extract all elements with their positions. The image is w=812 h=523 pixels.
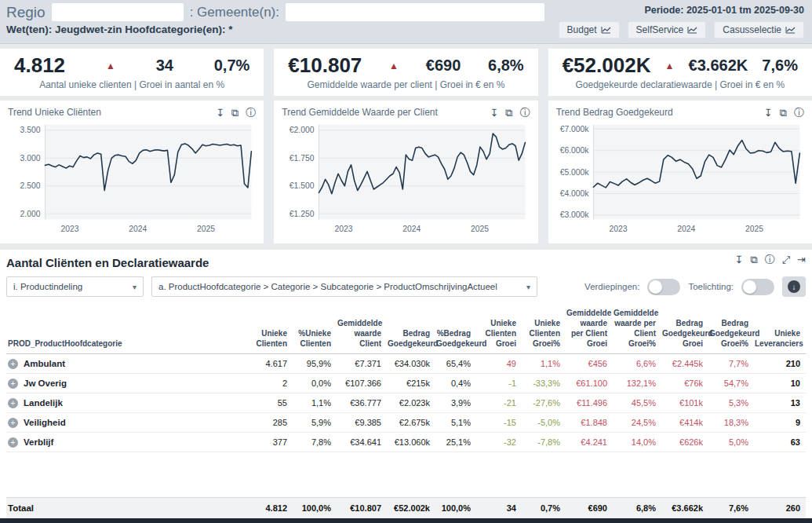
- total-cell: 6,8%: [610, 498, 659, 518]
- hierarchy-dropdown-value: a. ProductHoofdcategorie > Categorie > S…: [158, 282, 497, 291]
- trend-chart: €7.000k€6.000k€5.000k€4.000k€3.000k20232…: [556, 118, 804, 237]
- info-icon[interactable]: ⓘ: [520, 108, 530, 118]
- gemeente-value-field[interactable]: [286, 3, 544, 21]
- trend-card-waarde: Trend Gemiddelde Waarde per Client ↧ ⧉ ⓘ…: [274, 101, 537, 243]
- table-controls: i. Productindeling ▾ a. ProductHoofdcate…: [6, 276, 806, 297]
- top-header: Regio : Gemeente(n): Wet(ten): Jeugdwet-…: [0, 0, 812, 44]
- svg-text:2.000: 2.000: [20, 210, 41, 218]
- trend-card-clienten: Trend Unieke Cliënten ↧ ⧉ ⓘ 3.5003.0002.…: [0, 101, 264, 243]
- table-cell: €215k: [384, 374, 433, 393]
- svg-text:2023: 2023: [335, 225, 353, 233]
- column-header[interactable]: Gemiddelde waarde per Client Groei%: [610, 305, 659, 353]
- copy-icon[interactable]: ⧉: [750, 254, 757, 265]
- column-header[interactable]: Unieke Leveranciers: [752, 325, 803, 353]
- expand-icon[interactable]: ⤢: [782, 254, 790, 265]
- kpi-percent: 7,6%: [762, 57, 798, 75]
- table-cell: -5,0%: [519, 413, 563, 432]
- hierarchy-dropdown[interactable]: a. ProductHoofdcategorie > Categorie > S…: [151, 276, 537, 297]
- selfservice-button-label: SelfService: [636, 24, 684, 35]
- column-header[interactable]: Unieke Clienten Groei: [474, 315, 519, 353]
- budget-button[interactable]: Budget: [559, 21, 620, 38]
- table-cell: 7,7%: [706, 354, 752, 373]
- total-cell: 260: [752, 498, 803, 518]
- row-name: Jw Overig: [24, 379, 67, 388]
- column-header[interactable]: Bedrag Goedgekeurd Groei: [659, 315, 706, 353]
- column-header[interactable]: Unieke Clienten: [242, 325, 290, 353]
- export-icon[interactable]: ⇥: [797, 254, 806, 265]
- casusselectie-button[interactable]: Casusselectie: [714, 21, 804, 38]
- chevron-down-icon: ▾: [133, 283, 137, 291]
- arrow-down-icon: ↓: [788, 280, 800, 293]
- expand-row-icon[interactable]: +: [8, 437, 18, 448]
- table-cell: 5,1%: [433, 413, 474, 432]
- download-icon[interactable]: ↧: [216, 108, 224, 118]
- regio-value-field[interactable]: [52, 3, 184, 21]
- trend-title: Trend Gemiddelde Waarde per Client: [282, 107, 438, 118]
- svg-text:€7.000k: €7.000k: [559, 125, 589, 133]
- verdiepingen-toggle[interactable]: [647, 279, 680, 295]
- kpi-percent: 6,8%: [488, 57, 524, 75]
- selfservice-button[interactable]: SelfService: [628, 21, 707, 38]
- table-row: +Veiligheid2855,9%€9.385€2.675k5,1%-15-5…: [6, 413, 806, 433]
- column-header[interactable]: Bedrag Goedgekeurd Groei%: [706, 315, 752, 353]
- column-header[interactable]: Gemiddelde waarde per Client Groei: [563, 305, 610, 353]
- table-cell: €456: [563, 354, 610, 373]
- table-cell: 95,9%: [290, 354, 334, 373]
- kpi-percent: 0,7%: [214, 57, 250, 75]
- table-cell: €1.848: [563, 413, 610, 432]
- column-header[interactable]: %Bedrag Goedgekeurd: [433, 325, 474, 353]
- table-cell: 285: [242, 413, 290, 432]
- expand-row-icon[interactable]: +: [8, 398, 18, 408]
- table-cell: 377: [242, 433, 290, 452]
- row-name: Veiligheid: [24, 418, 66, 427]
- expand-row-icon[interactable]: +: [8, 418, 18, 428]
- download-icon[interactable]: ↧: [734, 254, 743, 265]
- kpi-value: €52.002K: [563, 53, 651, 78]
- copy-icon[interactable]: ⧉: [780, 108, 787, 118]
- row-name-cell: +Landelijk: [6, 393, 242, 412]
- row-name-cell: +Verblijf: [6, 433, 242, 452]
- column-header[interactable]: Gemiddelde waarde Client: [334, 315, 384, 353]
- table-cell: 210: [752, 354, 803, 373]
- table-header-row: PROD_ProductHoofdcategorieUnieke Cliente…: [6, 305, 806, 354]
- table-cell: -1: [474, 374, 519, 393]
- copy-icon[interactable]: ⧉: [505, 108, 512, 118]
- info-icon[interactable]: ⓘ: [794, 108, 804, 118]
- table-cell: €2.445k: [659, 354, 706, 373]
- svg-text:2024: 2024: [403, 225, 421, 233]
- table-cell: 132,1%: [610, 374, 659, 393]
- svg-text:2023: 2023: [609, 225, 627, 233]
- svg-text:3.500: 3.500: [20, 126, 41, 134]
- column-header[interactable]: PROD_ProductHoofdcategorie: [6, 335, 242, 353]
- kpi-caption: Goedgekeurde declaratiewaarde | Groei in…: [563, 79, 798, 90]
- column-header[interactable]: Unieke Clienten Groei%: [519, 315, 563, 353]
- collapse-button[interactable]: ↓: [782, 276, 806, 297]
- table-cell: 10: [752, 374, 803, 393]
- dashboard: Regio : Gemeente(n): Wet(ten): Jeugdwet-…: [0, 0, 812, 523]
- table-total-row: Totaal4.812100,0%€10.807€52.002k100,0%34…: [6, 497, 806, 518]
- svg-text:2023: 2023: [60, 225, 78, 233]
- column-header[interactable]: %Unieke Clienten: [290, 325, 334, 353]
- svg-text:€4.000k: €4.000k: [559, 189, 589, 198]
- svg-text:€1.250: €1.250: [289, 210, 315, 218]
- table-cell: 55: [242, 393, 290, 412]
- expand-row-icon[interactable]: +: [8, 379, 18, 389]
- gemeente-label: : Gemeente(n):: [190, 5, 279, 20]
- info-icon[interactable]: ⓘ: [765, 254, 775, 265]
- table-cell: -33,3%: [519, 374, 563, 393]
- copy-icon[interactable]: ⧉: [231, 108, 239, 118]
- expand-row-icon[interactable]: +: [8, 359, 18, 369]
- column-header[interactable]: Bedrag Goedgekeurd: [384, 325, 433, 353]
- download-icon[interactable]: ↧: [764, 108, 773, 118]
- casusselectie-button-label: Casusselectie: [723, 24, 781, 35]
- kpi-card-clienten: 4.812 ▲ 34 0,7% Aantal unieke clienten |…: [0, 49, 264, 96]
- download-icon[interactable]: ↧: [490, 108, 498, 118]
- row-name: Ambulant: [24, 359, 65, 368]
- table-cell: €414k: [659, 413, 706, 432]
- info-icon[interactable]: ⓘ: [246, 108, 256, 118]
- toelichting-toggle[interactable]: [741, 279, 774, 295]
- table-cell: €34.641: [334, 433, 384, 452]
- productindeling-dropdown[interactable]: i. Productindeling ▾: [6, 276, 144, 297]
- budget-button-label: Budget: [567, 24, 597, 35]
- trend-chart: €2.000€1.750€1.500€1.250202320242025: [282, 118, 530, 237]
